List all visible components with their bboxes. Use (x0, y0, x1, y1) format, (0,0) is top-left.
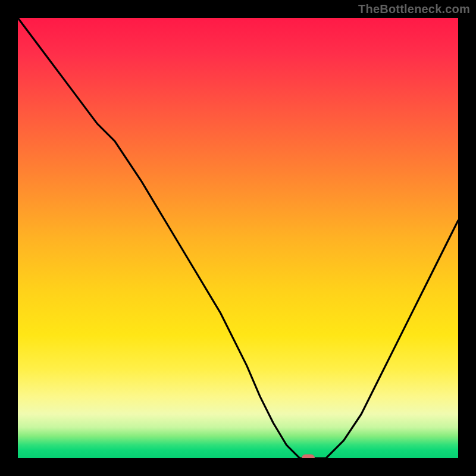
bottleneck-curve (18, 18, 458, 458)
curve-path (18, 18, 458, 458)
optimal-marker (302, 455, 315, 459)
plot-area (18, 18, 458, 458)
chart-frame: TheBottleneck.com (0, 0, 476, 476)
watermark-text: TheBottleneck.com (358, 2, 470, 16)
